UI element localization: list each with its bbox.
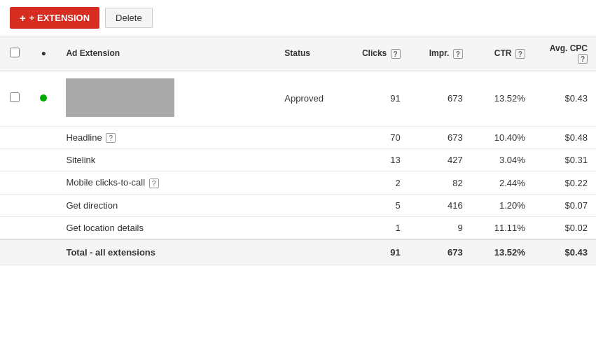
sub-row-name-location: Get location details <box>57 216 276 239</box>
sitelink-impr: 427 <box>409 149 471 172</box>
sitelink-clicks: 13 <box>347 149 409 172</box>
headline-cpc: $0.48 <box>534 126 596 149</box>
sub-row-name-mobile: Mobile clicks-to-call ? <box>57 172 276 195</box>
main-row-avg-cpc: $0.43 <box>534 71 596 126</box>
table-header-row: ● Ad Extension Status Clicks ? Impr. ? C… <box>0 36 596 71</box>
sitelink-cpc: $0.31 <box>534 149 596 172</box>
sub-row-name-headline: Headline ? <box>57 126 276 149</box>
headline-ctr: 10.40% <box>471 126 534 149</box>
direction-clicks: 5 <box>347 194 409 216</box>
avg-cpc-help-icon[interactable]: ? <box>578 54 588 64</box>
clicks-label: Clicks <box>362 48 387 58</box>
header-checkbox-col <box>0 36 29 71</box>
total-row: Total - all extensions 91 673 13.52% $0.… <box>0 239 596 265</box>
main-row-ctr: 13.52% <box>471 71 534 126</box>
direction-ctr: 1.20% <box>471 194 534 216</box>
headline-clicks: 70 <box>347 126 409 149</box>
sub-row-label: Mobile clicks-to-call <box>66 177 145 188</box>
location-cpc: $0.02 <box>534 216 596 239</box>
sub-row-name-direction: Get direction <box>57 194 276 216</box>
sub-row-label: Sitelink <box>66 155 95 165</box>
mobile-ctr: 2.44% <box>471 172 534 195</box>
main-row-checkbox[interactable] <box>10 92 20 102</box>
sub-row-location-details: Get location details 1 9 11.11% $0.02 <box>0 216 596 239</box>
mobile-impr: 82 <box>409 172 471 195</box>
main-extension-row: Approved 91 673 13.52% $0.43 <box>0 71 596 126</box>
sitelink-ctr: 3.04% <box>471 149 534 172</box>
add-extension-button[interactable]: + + EXTENSION <box>10 7 99 29</box>
main-row-status-dot-cell <box>29 71 57 126</box>
impr-help-icon[interactable]: ? <box>453 49 463 59</box>
main-row-status-cell: Approved <box>276 71 346 126</box>
impr-label: Impr. <box>429 48 450 58</box>
main-row-checkbox-cell <box>0 71 29 126</box>
select-all-checkbox[interactable] <box>10 48 20 57</box>
ad-image-placeholder <box>66 78 174 117</box>
direction-cpc: $0.07 <box>534 194 596 216</box>
green-status-dot <box>40 94 47 102</box>
direction-impr: 416 <box>409 194 471 216</box>
plus-icon: + <box>20 12 26 24</box>
sub-row-label: Get direction <box>66 200 118 211</box>
extensions-table: ● Ad Extension Status Clicks ? Impr. ? C… <box>0 36 596 265</box>
sub-row-name-sitelink: Sitelink <box>57 149 276 172</box>
mobile-help-icon[interactable]: ? <box>149 178 159 188</box>
location-clicks: 1 <box>347 216 409 239</box>
location-impr: 9 <box>409 216 471 239</box>
main-row-clicks: 91 <box>347 71 409 126</box>
total-cpc: $0.43 <box>534 239 596 265</box>
sub-row-mobile-clicks: Mobile clicks-to-call ? 2 82 2.44% $0.22 <box>0 172 596 195</box>
sub-row-get-direction: Get direction 5 416 1.20% $0.07 <box>0 194 596 216</box>
header-ad-extension: Ad Extension <box>57 36 276 71</box>
total-impr: 673 <box>409 239 471 265</box>
sub-row-sitelink: Sitelink 13 427 3.04% $0.31 <box>0 149 596 172</box>
header-status: Status <box>276 36 346 71</box>
total-label: Total - all extensions <box>57 239 276 265</box>
sub-row-label: Headline <box>66 132 102 143</box>
total-clicks: 91 <box>347 239 409 265</box>
headline-impr: 673 <box>409 126 471 149</box>
delete-button[interactable]: Delete <box>105 8 153 28</box>
header-status-dot-col: ● <box>29 36 57 71</box>
extension-button-label: + EXTENSION <box>29 13 90 23</box>
avg-cpc-label: Avg. CPC <box>550 43 588 53</box>
sub-row-label: Get location details <box>66 223 144 233</box>
headline-help-icon[interactable]: ? <box>106 133 116 143</box>
location-ctr: 11.11% <box>471 216 534 239</box>
mobile-clicks: 2 <box>347 172 409 195</box>
toolbar: + + EXTENSION Delete <box>0 0 596 36</box>
main-row-impr: 673 <box>409 71 471 126</box>
ctr-label: CTR <box>494 48 512 58</box>
main-row-ad-image-cell <box>57 71 276 126</box>
header-avg-cpc: Avg. CPC ? <box>534 36 596 71</box>
total-ctr: 13.52% <box>471 239 534 265</box>
header-clicks: Clicks ? <box>347 36 409 71</box>
header-dot-icon: ● <box>41 48 46 58</box>
sub-row-headline: Headline ? 70 673 10.40% $0.48 <box>0 126 596 149</box>
header-ctr: CTR ? <box>471 36 534 71</box>
mobile-cpc: $0.22 <box>534 172 596 195</box>
clicks-help-icon[interactable]: ? <box>391 49 401 59</box>
ctr-help-icon[interactable]: ? <box>515 49 525 59</box>
header-impr: Impr. ? <box>409 36 471 71</box>
